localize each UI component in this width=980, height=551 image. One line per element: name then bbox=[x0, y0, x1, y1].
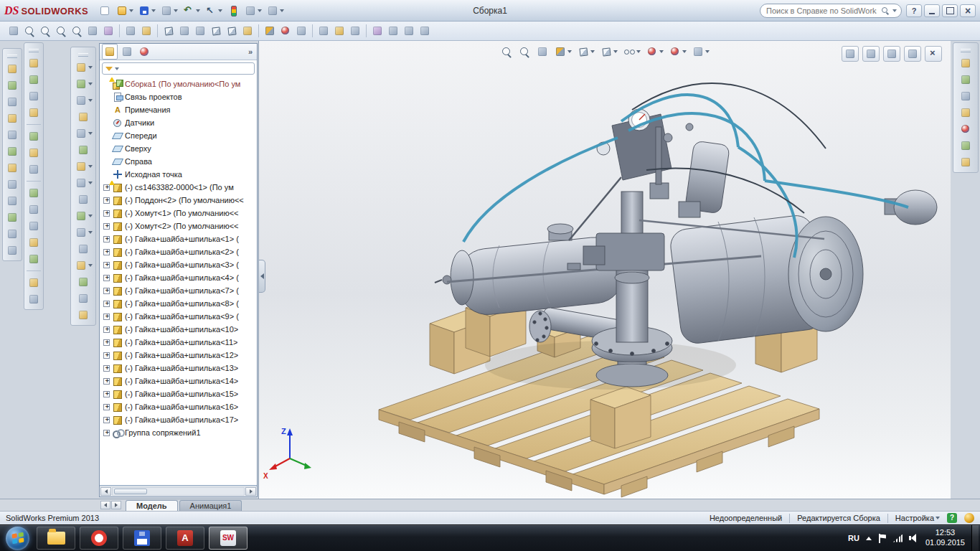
circle-tool[interactable] bbox=[4, 128, 20, 142]
separator[interactable] bbox=[157, 24, 158, 37]
tab-model[interactable]: Модель bbox=[126, 500, 178, 511]
measure-assembly-button[interactable] bbox=[75, 275, 91, 289]
file-explorer-tab[interactable] bbox=[958, 89, 974, 103]
opera-button[interactable] bbox=[80, 527, 118, 550]
tree-item[interactable]: (-) Гайка+шайба+шпилька<11> bbox=[100, 336, 257, 349]
assembly-features-button[interactable] bbox=[73, 159, 94, 174]
tree-item[interactable]: (-) Гайка+шайба+шпилька<2> ( bbox=[100, 245, 257, 258]
expand-icon[interactable] bbox=[103, 262, 110, 268]
smart-dimension-tool[interactable] bbox=[4, 95, 20, 109]
convert-entities-tool[interactable] bbox=[4, 194, 20, 208]
mass-properties-button[interactable] bbox=[331, 24, 347, 38]
tab-featuremanager[interactable] bbox=[102, 44, 118, 60]
realview-button[interactable] bbox=[278, 24, 293, 38]
search-input[interactable] bbox=[765, 6, 878, 16]
forum-tab[interactable] bbox=[958, 155, 974, 169]
separator[interactable] bbox=[312, 24, 313, 37]
perspective-button[interactable] bbox=[293, 24, 309, 38]
scroll-left-icon[interactable] bbox=[100, 487, 111, 496]
tree-item[interactable]: (-) Гайка+шайба+шпилька<8> ( bbox=[100, 297, 257, 310]
hide-show-items-hud-button[interactable] bbox=[621, 44, 642, 59]
reference-geometry-assembly-button[interactable] bbox=[73, 176, 94, 190]
expand-icon[interactable] bbox=[103, 417, 110, 423]
separator[interactable] bbox=[27, 124, 41, 125]
view-palette-tab[interactable] bbox=[958, 105, 974, 120]
tree-item[interactable]: (-) Гайка+шайба+шпилька<17> bbox=[100, 413, 257, 426]
spline-tool[interactable] bbox=[4, 161, 20, 175]
rotate-component-button[interactable] bbox=[385, 24, 401, 38]
resource-monitor-icon[interactable] bbox=[964, 513, 974, 523]
tree-item[interactable]: (-) Хомут<2> (По умолчанию<< bbox=[100, 220, 257, 232]
show-hidden-components-button[interactable] bbox=[75, 143, 91, 157]
close-button[interactable] bbox=[960, 4, 976, 17]
tree-item[interactable]: (-) Гайка+шайба+шпилька<3> ( bbox=[100, 258, 257, 271]
zoom-to-fit-hud-button[interactable] bbox=[499, 44, 514, 59]
design-library-tab[interactable] bbox=[958, 72, 974, 87]
tree-item[interactable]: Датчики bbox=[100, 116, 257, 129]
view-settings-hud-button[interactable] bbox=[690, 44, 711, 59]
show-desktop-button[interactable] bbox=[971, 525, 979, 551]
tab-scroll-left-icon[interactable] bbox=[100, 501, 110, 509]
reference-geometry-tool[interactable] bbox=[26, 292, 42, 306]
scrollbar-thumb[interactable] bbox=[114, 489, 147, 494]
tree-item[interactable]: (-) Гайка+шайба+шпилька<7> ( bbox=[100, 284, 257, 297]
select-button[interactable] bbox=[203, 4, 224, 18]
window-tile-button[interactable] bbox=[862, 46, 880, 62]
separator[interactable] bbox=[119, 24, 120, 37]
smart-fasteners-assembly-button[interactable] bbox=[75, 110, 91, 124]
expand-icon[interactable] bbox=[103, 378, 110, 385]
smart-fasteners-button[interactable] bbox=[401, 24, 417, 38]
apply-scene-hud-button[interactable] bbox=[667, 44, 688, 59]
separator[interactable] bbox=[258, 24, 259, 37]
status-help-icon[interactable] bbox=[947, 513, 957, 523]
minimize-button[interactable] bbox=[924, 4, 940, 17]
window-minimize-button[interactable] bbox=[904, 46, 921, 62]
tree-item[interactable]: (-) Гайка+шайба+шпилька<16> bbox=[100, 400, 257, 413]
mass-properties-assembly-button[interactable] bbox=[75, 291, 91, 306]
previous-view-button[interactable] bbox=[123, 24, 138, 38]
swept-boss-tool[interactable] bbox=[26, 89, 42, 103]
tree-item[interactable]: (-) Поддон<2> (По умолчанию<< bbox=[100, 194, 257, 207]
undo-button[interactable] bbox=[181, 4, 202, 18]
save-button[interactable] bbox=[136, 4, 157, 18]
expand-icon[interactable] bbox=[103, 223, 110, 230]
zoom-to-selection-button[interactable] bbox=[69, 24, 85, 38]
action-center-icon[interactable] bbox=[878, 534, 887, 543]
explode-line-sketch-button[interactable] bbox=[75, 242, 91, 256]
trim-entities-tool[interactable] bbox=[4, 177, 20, 192]
tree-item[interactable]: (-) Гайка+шайба+шпилька<13> bbox=[100, 362, 257, 375]
edit-appearance-hud-button[interactable] bbox=[644, 44, 665, 59]
expand-icon[interactable] bbox=[103, 197, 110, 204]
custom-properties-tab[interactable] bbox=[958, 138, 974, 153]
tree-item[interactable]: Группа сопряжений1 bbox=[100, 426, 257, 439]
hidden-lines-removed-button[interactable] bbox=[192, 24, 208, 38]
named-views-button[interactable] bbox=[138, 24, 154, 38]
mate-button[interactable] bbox=[73, 77, 94, 91]
arc-tool[interactable] bbox=[4, 144, 20, 159]
rebuild-button[interactable] bbox=[225, 4, 241, 18]
move-component-button[interactable] bbox=[369, 24, 385, 38]
insert-components-button[interactable] bbox=[73, 60, 94, 75]
lofted-boss-tool[interactable] bbox=[26, 105, 42, 120]
rotate-view-button[interactable] bbox=[85, 24, 100, 38]
draft-tool[interactable] bbox=[26, 252, 42, 266]
clock[interactable]: 12:53 01.09.2015 bbox=[925, 528, 965, 548]
floppy-app-button[interactable] bbox=[123, 527, 161, 550]
shell-tool[interactable] bbox=[26, 235, 42, 250]
expand-icon[interactable] bbox=[103, 249, 110, 255]
separator[interactable] bbox=[27, 270, 41, 271]
panel-tabs-overflow-icon[interactable]: » bbox=[246, 47, 255, 56]
bill-of-materials-button[interactable] bbox=[73, 209, 94, 223]
wireframe-button[interactable] bbox=[161, 24, 176, 38]
tree-item[interactable]: Исходная точка bbox=[100, 168, 257, 181]
rib-tool[interactable] bbox=[26, 219, 42, 233]
extruded-boss-tool[interactable] bbox=[26, 56, 42, 70]
sketch-pattern-tool[interactable] bbox=[4, 243, 20, 258]
view-orientation-hud-button[interactable] bbox=[575, 44, 596, 59]
line-tool[interactable] bbox=[4, 111, 20, 126]
tree-item[interactable]: Сверху bbox=[100, 142, 257, 155]
maximize-button[interactable] bbox=[942, 4, 958, 17]
expand-icon[interactable] bbox=[103, 339, 110, 346]
search-icon[interactable] bbox=[881, 6, 890, 15]
measure-button[interactable] bbox=[316, 24, 331, 38]
